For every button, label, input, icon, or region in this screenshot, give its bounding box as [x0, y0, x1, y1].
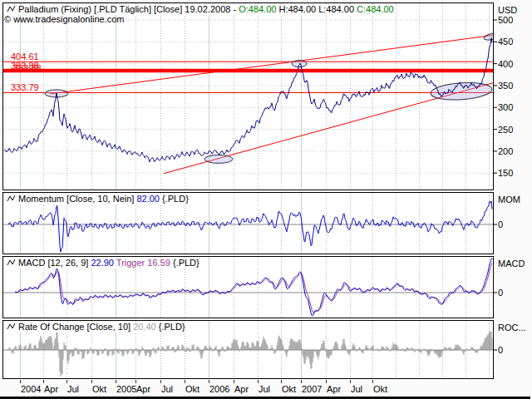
zero-tick-label: 0 [498, 219, 503, 229]
header-segment: O:484.00 [239, 4, 276, 14]
header-segment: 22.90 [91, 258, 114, 268]
x-axis-label: Okt [92, 384, 106, 394]
macd-header[interactable]: MACD [12, 26, 9] 22.90 Trigger 16.59 {.P… [5, 258, 201, 268]
y-axis-tick-label: 250 [498, 125, 513, 135]
indicator-line-icon [7, 194, 17, 203]
hline-price-label: 333.79 [11, 83, 39, 92]
header-segment: Trigger 16.59 [114, 258, 170, 268]
macd-header-text: MACD [12, 26, 9] 22.90 Trigger 16.59 {.P… [18, 258, 200, 268]
header-segment: {.PLD} [156, 322, 185, 332]
header-segment: Palladium (Fixing) [.PLD Täglich] [Close… [18, 4, 239, 14]
x-axis-label: Jul [67, 384, 79, 394]
y-axis-tick-label: 150 [498, 168, 513, 178]
x-axis-label: Jul [161, 384, 173, 394]
header-segment: 20.40 [133, 322, 156, 332]
instrument-title[interactable]: Palladium (Fixing) [.PLD Täglich] [Close… [5, 4, 396, 15]
x-axis-label: 2006 [209, 384, 229, 394]
indicator-line-icon [7, 322, 17, 331]
header-segment: Momentum [Close, 10, Nein] [18, 194, 136, 204]
watermark: © www.tradesignalonline.com [4, 14, 124, 24]
x-axis-label: Apr [136, 384, 150, 394]
x-axis-label: 2004 [21, 384, 41, 394]
hline-price-label-garbled: 383.88 [13, 64, 42, 73]
x-axis-label: Okt [373, 384, 387, 394]
x-axis-label: Apr [234, 384, 249, 394]
momentum-header[interactable]: Momentum [Close, 10, Nein] 82.00 {.PLD} [5, 194, 190, 204]
header-segment: C:484.00 [357, 4, 394, 14]
header-segment: {.PLD} [170, 258, 200, 268]
y-axis-tick-label: 200 [498, 146, 513, 156]
header-segment: MACD [12, 26, 9] [18, 258, 91, 268]
roc-header-text: Rate Of Change [Close, 10] 20.40 {.PLD} [18, 322, 185, 332]
y-axis-tick-label: 350 [498, 81, 513, 91]
x-axis-label: Apr [327, 384, 341, 394]
zero-tick-label: 0 [498, 345, 503, 355]
momentum-header-text: Momentum [Close, 10, Nein] 82.00 {.PLD} [18, 194, 189, 204]
y-axis-tick-label: 400 [498, 59, 513, 69]
header-segment: {.PLD} [160, 194, 189, 204]
panel-right-label: MOM [498, 195, 520, 204]
panel-right-label: ROC... [498, 323, 526, 332]
instrument-title-text: Palladium (Fixing) [.PLD Täglich] [Close… [18, 4, 394, 14]
x-axis-label: Jul [351, 384, 362, 394]
x-axis-label: 2005 [116, 384, 136, 394]
y-axis-tick-label: 500 [498, 15, 513, 25]
x-axis-label: Jul [259, 384, 270, 394]
panel-right-label: MACD [498, 259, 525, 268]
header-segment: H:484.00 L:484.00 [276, 4, 357, 14]
y-axis-tick-label: 300 [498, 102, 513, 112]
roc-header[interactable]: Rate Of Change [Close, 10] 20.40 {.PLD} [5, 322, 187, 332]
y-axis-tick-label: 450 [498, 37, 513, 47]
x-axis-label: Apr [44, 384, 58, 394]
header-segment: 82.00 [136, 194, 160, 204]
x-axis-label: Okt [185, 384, 200, 394]
chart-application-window: Palladium (Fixing) [.PLD Täglich] [Close… [0, 0, 532, 399]
x-axis-label: Okt [282, 384, 296, 394]
price-panel[interactable] [2, 2, 494, 190]
header-segment: Rate Of Change [Close, 10] [18, 322, 133, 332]
zero-tick-label: 0 [498, 288, 503, 298]
x-axis-label: 2007 [302, 384, 322, 394]
currency-label: USD [498, 5, 517, 15]
indicator-line-icon [7, 258, 17, 267]
chart-line-icon [7, 4, 17, 13]
